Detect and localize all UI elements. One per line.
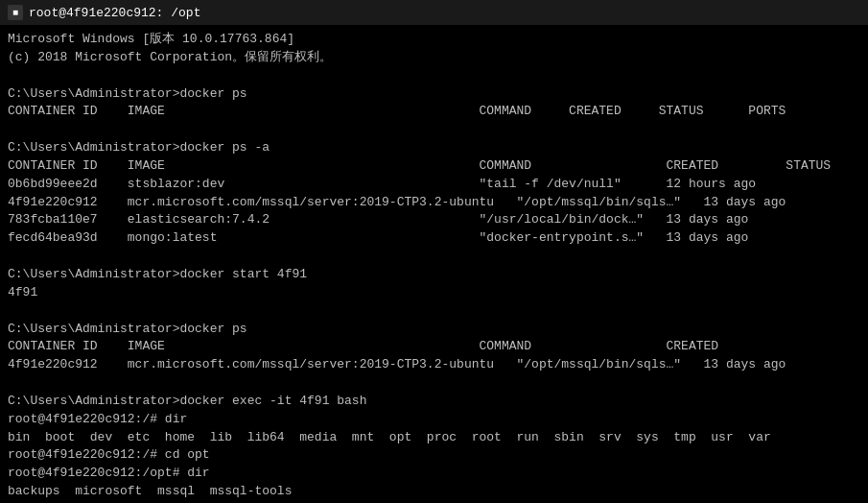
terminal-content: Microsoft Windows [版本 10.0.17763.864] (c… — [0, 25, 868, 503]
line-4: C:\Users\Administrator>docker ps — [8, 85, 860, 104]
line-11: 783fcba110e7 elasticsearch:7.4.2 "/usr/l… — [8, 211, 860, 229]
line-7: C:\Users\Administrator>docker ps -a — [8, 139, 860, 157]
title-bar: ■ root@4f91e220c912: /opt — [0, 0, 868, 25]
line-17: C:\Users\Administrator>docker ps — [8, 321, 860, 339]
line-10: 4f91e220c912 mcr.microsoft.com/mssql/ser… — [8, 194, 860, 212]
line-16 — [8, 302, 860, 321]
line-19: 4f91e220c912 mcr.microsoft.com/mssql/ser… — [8, 356, 860, 374]
line-8: CONTAINER ID IMAGE COMMAND CREATED STATU… — [8, 157, 860, 176]
terminal-icon: ■ — [8, 5, 23, 20]
line-14: C:\Users\Administrator>docker start 4f91 — [8, 266, 860, 284]
line-25: root@4f91e220c912:/opt# dir — [8, 465, 860, 483]
window-title: root@4f91e220c912: /opt — [29, 6, 200, 20]
line-9: 0b6bd99eee2d stsblazor:dev "tail -f /dev… — [8, 176, 860, 194]
line-26: backups microsoft mssql mssql-tools — [8, 483, 860, 501]
line-22: root@4f91e220c912:/# dir — [8, 411, 860, 429]
line-13 — [8, 248, 860, 266]
line-21: C:\Users\Administrator>docker exec -it 4… — [8, 393, 860, 411]
line-12: fecd64bea93d mongo:latest "docker-entryp… — [8, 229, 860, 248]
line-18: CONTAINER ID IMAGE COMMAND CREATED — [8, 338, 860, 356]
line-2: (c) 2018 Microsoft Corporation。保留所有权利。 — [8, 49, 860, 67]
line-3 — [8, 67, 860, 85]
line-6 — [8, 121, 860, 139]
line-24: root@4f91e220c912:/# cd opt — [8, 446, 860, 465]
line-20 — [8, 374, 860, 393]
line-15: 4f91 — [8, 284, 860, 302]
line-5: CONTAINER ID IMAGE COMMAND CREATED STATU… — [8, 103, 860, 121]
line-1: Microsoft Windows [版本 10.0.17763.864] — [8, 31, 860, 49]
line-23: bin boot dev etc home lib lib64 media mn… — [8, 429, 860, 447]
